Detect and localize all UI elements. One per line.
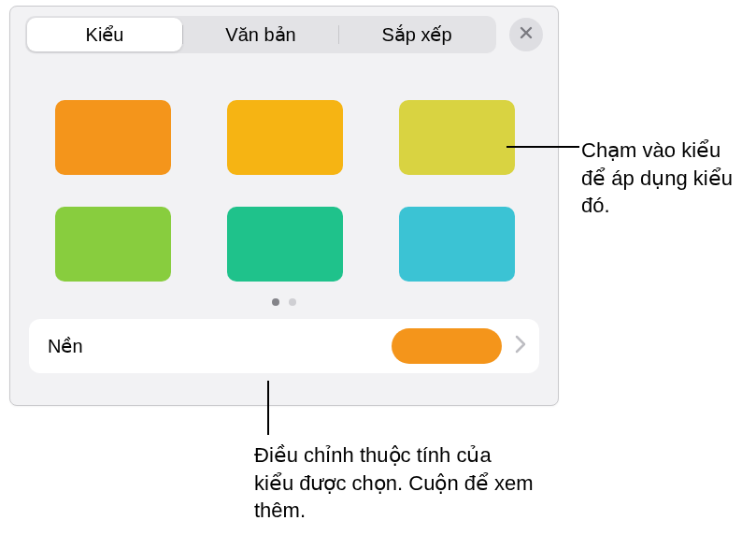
- style-swatch-olive[interactable]: [399, 100, 515, 175]
- callout-leader: [506, 146, 579, 148]
- style-swatch-cyan[interactable]: [399, 207, 515, 282]
- fill-label: Nền: [48, 335, 378, 357]
- tab-arrange-label: Sắp xếp: [381, 23, 451, 46]
- tab-text[interactable]: Văn bản: [183, 18, 338, 51]
- callout-tap-style: Chạm vào kiểu để áp dụng kiểu đó.: [581, 137, 749, 220]
- style-swatch-green[interactable]: [55, 207, 171, 282]
- tab-arrange[interactable]: Sắp xếp: [339, 18, 494, 51]
- fill-row[interactable]: Nền: [29, 319, 539, 373]
- tab-style[interactable]: Kiểu: [27, 18, 182, 51]
- chevron-right-icon: [515, 335, 526, 357]
- callout-adjust: Điều chỉnh thuộc tính của kiểu được chọn…: [254, 441, 535, 525]
- tab-segmented-control: Kiểu Văn bản Sắp xếp: [25, 16, 496, 53]
- fill-color-preview[interactable]: [392, 328, 502, 364]
- format-panel: Kiểu Văn bản Sắp xếp Nền: [9, 6, 559, 406]
- page-indicator[interactable]: [10, 298, 558, 306]
- tab-text-label: Văn bản: [225, 23, 295, 46]
- callout-leader: [267, 381, 269, 435]
- panel-topbar: Kiểu Văn bản Sắp xếp: [10, 7, 558, 59]
- close-icon: [519, 25, 534, 44]
- page-dot-1: [272, 298, 279, 306]
- style-swatch-teal[interactable]: [227, 207, 343, 282]
- page-dot-2: [289, 298, 296, 306]
- style-swatch-grid: [10, 59, 558, 282]
- style-swatch-amber[interactable]: [227, 100, 343, 175]
- tab-style-label: Kiểu: [86, 23, 124, 46]
- close-button[interactable]: [509, 18, 543, 51]
- style-swatch-orange[interactable]: [55, 100, 171, 175]
